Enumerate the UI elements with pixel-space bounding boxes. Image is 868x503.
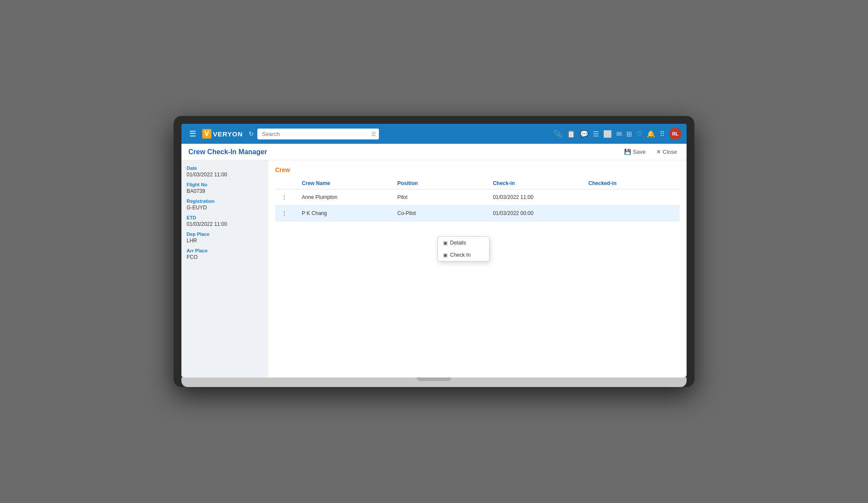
crew-name-1: P K Chang [297,205,393,222]
heart-icon[interactable]: ♡ [636,130,642,138]
screen: ☰ V VERYON ↻ ☰ 📎 📋 💬 ☰ ⬜ ✉ ⊞ ♡ 🔔 [181,124,687,377]
window-icon[interactable]: ⬜ [603,130,612,138]
save-icon: 💾 [624,149,631,155]
menu-icon[interactable]: ☰ [187,127,199,140]
sidebar-value-depplace: LHR [187,238,263,244]
laptop-frame: ☰ V VERYON ↻ ☰ 📎 📋 💬 ☰ ⬜ ✉ ⊞ ♡ 🔔 [174,116,694,387]
checkin-icon: ▣ [443,252,447,258]
topbar-icons: 📎 📋 💬 ☰ ⬜ ✉ ⊞ ♡ 🔔 ⠿ RL [554,128,681,140]
col-header-checkedin: Checked-in [584,178,680,189]
row-menu-cell: ⋮ [275,205,297,222]
context-menu-item-details[interactable]: ▣ Details [438,237,489,249]
bell-icon[interactable]: 🔔 [647,130,655,138]
crew-section-title: Crew [275,166,680,173]
topbar: ☰ V VERYON ↻ ☰ 📎 📋 💬 ☰ ⬜ ✉ ⊞ ♡ 🔔 [181,124,687,144]
row-menu-button-0[interactable]: ⋮ [279,193,289,202]
crew-position-1: Co-Pilot [393,205,489,222]
crew-table: Crew Name Position Check-in Checked-in ⋮… [275,178,680,222]
row-menu-cell: ⋮ [275,189,297,205]
right-content: Crew Crew Name Position Check-in Checked… [268,160,687,377]
search-wrapper: ☰ [257,129,379,139]
crew-checkin-0: 01/03/2022 11:00 [489,189,584,205]
search-input[interactable] [257,129,379,139]
chat-icon[interactable]: 💬 [580,130,589,138]
sidebar-value-flightno: BA0739 [187,188,263,194]
details-icon: ▣ [443,240,447,246]
col-header-checkin: Check-in [489,178,584,189]
page-title: Crew Check-In Manager [188,148,267,156]
left-sidebar: Date 01/03/2022 11:00 Flight No BA0739 R… [181,160,268,377]
grid-icon[interactable]: ⠿ [660,130,665,138]
context-menu-label-checkin: Check In [450,252,470,258]
sidebar-label-arrplace: Arr Place [187,248,263,253]
table-row: ⋮ Anne Plumpton Pilot 01/03/2022 11:00 [275,189,680,205]
laptop-base [181,377,687,387]
sidebar-field-etd: ETD 01/03/2022 11:00 [187,215,263,227]
sidebar-field-date: Date 01/03/2022 11:00 [187,165,263,178]
table-row: ⋮ P K Chang Co-Pilot 01/03/2022 00:00 [275,205,680,222]
mail-icon[interactable]: ✉ [616,130,622,138]
table-icon[interactable]: ⊞ [626,130,632,138]
logo-text: VERYON [213,130,243,138]
close-icon: ✕ [656,149,661,155]
crew-checkedin-0 [584,189,680,205]
crew-checkedin-1 [584,205,680,222]
save-button[interactable]: 💾 Save [621,147,648,156]
list-icon[interactable]: ☰ [593,130,599,138]
col-header-position: Position [393,178,489,189]
col-header-name: Crew Name [297,178,393,189]
paperclip-icon[interactable]: 📎 [554,130,562,138]
refresh-icon[interactable]: ↻ [249,130,254,137]
user-avatar[interactable]: RL [669,128,681,140]
page-header: Crew Check-In Manager 💾 Save ✕ Close [181,144,687,160]
sidebar-value-date: 01/03/2022 11:00 [187,172,263,178]
col-header-menu [275,178,297,189]
main-content: Date 01/03/2022 11:00 Flight No BA0739 R… [181,160,687,377]
sidebar-field-flightno: Flight No BA0739 [187,182,263,194]
logo: V VERYON [202,129,243,139]
sidebar-field-registration: Registration G-EUYD [187,199,263,211]
crew-checkin-1: 01/03/2022 00:00 [489,205,584,222]
logo-v-icon: V [202,129,211,139]
context-menu-label-details: Details [450,240,466,246]
page-actions: 💾 Save ✕ Close [621,147,680,156]
row-menu-button-1[interactable]: ⋮ [279,209,289,218]
crew-name-0: Anne Plumpton [297,189,393,205]
sidebar-label-depplace: Dep Place [187,232,263,237]
clipboard-icon[interactable]: 📋 [567,130,575,138]
sidebar-label-flightno: Flight No [187,182,263,187]
sidebar-value-registration: G-EUYD [187,205,263,211]
crew-table-header-row: Crew Name Position Check-in Checked-in [275,178,680,189]
sidebar-label-registration: Registration [187,199,263,204]
search-submit-icon[interactable]: ☰ [371,131,376,137]
sidebar-value-etd: 01/03/2022 11:00 [187,221,263,227]
context-menu: ▣ Details ▣ Check In [437,236,490,261]
close-button[interactable]: ✕ Close [654,147,680,156]
context-menu-item-checkin[interactable]: ▣ Check In [438,249,489,261]
crew-position-0: Pilot [393,189,489,205]
sidebar-field-arrplace: Arr Place FCO [187,248,263,260]
sidebar-label-etd: ETD [187,215,263,220]
sidebar-value-arrplace: FCO [187,254,263,260]
sidebar-label-date: Date [187,165,263,171]
sidebar-field-depplace: Dep Place LHR [187,232,263,244]
